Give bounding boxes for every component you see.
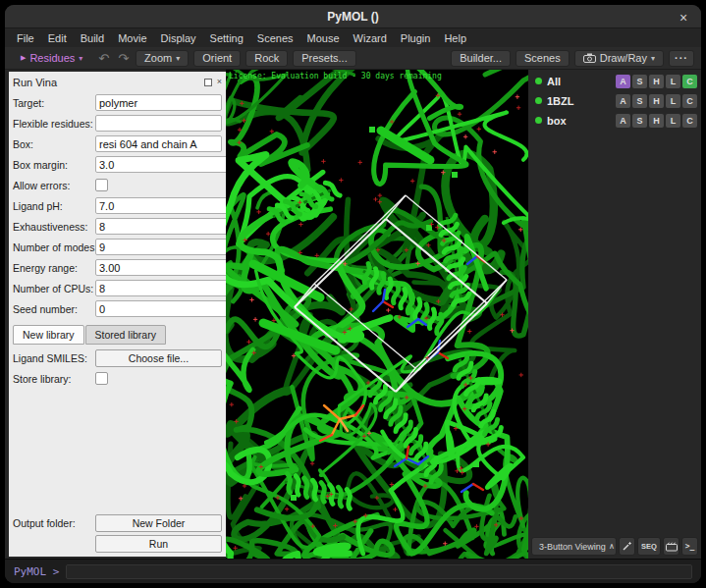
box-margin-label: Box margin:: [13, 159, 95, 171]
float-panel-icon[interactable]: [204, 79, 212, 86]
label-menu-button[interactable]: L: [666, 75, 680, 88]
titlebar[interactable]: PyMOL () ×: [5, 5, 701, 28]
flexible-residues-input[interactable]: [95, 115, 222, 132]
movie-button[interactable]: [663, 537, 679, 556]
form-row-seed: Seed number: ▲ ▼: [13, 300, 222, 318]
object-row-1bzl[interactable]: 1BZL A S H L C: [535, 92, 697, 109]
target-input[interactable]: [95, 94, 222, 111]
close-window-button[interactable]: ×: [674, 5, 693, 28]
seq-button[interactable]: SEQ: [637, 537, 661, 556]
rock-button[interactable]: Rock: [245, 50, 288, 67]
movie-icon: [666, 542, 678, 552]
chevron-down-icon: ▾: [651, 54, 655, 63]
menu-item-file[interactable]: File: [10, 30, 41, 46]
object-enabled-dot: [535, 78, 542, 84]
hide-menu-button[interactable]: H: [649, 114, 664, 128]
menu-item-movie[interactable]: Movie: [111, 30, 153, 46]
orient-button[interactable]: Orient: [193, 50, 241, 67]
target-label: Target:: [13, 97, 95, 109]
hide-menu-button[interactable]: H: [649, 94, 664, 108]
form-row-smiles: Ligand SMILES: Choose file...: [13, 349, 222, 367]
form-row-energy-range: Energy range: ▲ ▼: [13, 259, 222, 277]
object-name[interactable]: box: [547, 115, 614, 127]
scenes-button[interactable]: Scenes: [516, 50, 570, 67]
energy-range-label: Energy range:: [13, 262, 95, 274]
run-button[interactable]: Run: [95, 535, 222, 553]
mouse-mode-button[interactable]: 3-Button Viewing ∧: [531, 537, 617, 556]
form-row-output-folder: Output folder: New Folder: [13, 514, 222, 532]
terminal-button[interactable]: >_: [681, 537, 698, 556]
form-row-ligand-ph: Ligand pH: ▲ ▼: [13, 197, 222, 215]
tab-stored-library[interactable]: Stored library: [85, 325, 166, 345]
redo-button[interactable]: ↷: [116, 51, 131, 66]
menu-item-mouse[interactable]: Mouse: [300, 30, 347, 46]
color-menu-button[interactable]: C: [682, 75, 697, 88]
form-row-exhaustiveness: Exhaustiveness: ▲ ▼: [13, 218, 222, 236]
object-sidebar: All A S H L C 1BZL A S H L C box A S: [528, 70, 701, 559]
play-icon: ▶: [21, 54, 26, 62]
form-row-box: Box:: [13, 135, 222, 153]
label-menu-button[interactable]: L: [666, 114, 680, 128]
presets-button[interactable]: Presets...: [293, 50, 355, 67]
object-name[interactable]: 1BZL: [547, 95, 614, 107]
box-input[interactable]: [95, 135, 222, 152]
selection-mode-button[interactable]: ▶ Residues ▾: [12, 50, 91, 67]
object-row-box[interactable]: box A S H L C: [535, 112, 697, 129]
show-menu-button[interactable]: S: [632, 114, 647, 128]
menu-item-help[interactable]: Help: [437, 30, 473, 46]
menu-item-scenes[interactable]: Scenes: [250, 30, 300, 46]
store-library-label: Store library:: [13, 373, 95, 385]
chevron-down-icon: ▾: [176, 54, 180, 63]
menu-item-display[interactable]: Display: [154, 30, 203, 46]
action-menu-button[interactable]: A: [616, 114, 630, 128]
object-enabled-dot: [535, 117, 542, 124]
zoom-button[interactable]: Zoom ▾: [136, 50, 189, 67]
undo-button[interactable]: ↶: [96, 51, 111, 66]
form-row-box-margin: Box margin: ▲ ▼: [13, 156, 222, 174]
color-menu-button[interactable]: C: [682, 94, 697, 108]
chevron-down-icon: ▾: [79, 54, 82, 63]
store-library-checkbox[interactable]: [95, 372, 108, 385]
command-prompt-label: PyMOL >: [14, 565, 59, 578]
menu-item-setting[interactable]: Setting: [203, 30, 250, 46]
form-row-allow-errors: Allow errors:: [13, 177, 222, 194]
new-folder-button[interactable]: New Folder: [95, 514, 222, 532]
allow-errors-label: Allow errors:: [13, 180, 95, 191]
toolbar: ▶ Residues ▾ ↶ ↷ Zoom ▾ Orient Rock Pres…: [5, 47, 701, 70]
show-menu-button[interactable]: S: [632, 75, 647, 88]
magic-wand-button[interactable]: [619, 537, 635, 556]
form-row-num-cpus: Number of CPUs: ▲ ▼: [13, 280, 222, 297]
object-row-all[interactable]: All A S H L C: [535, 73, 697, 89]
form-row-num-modes: Number of modes: ▲ ▼: [13, 239, 222, 256]
show-menu-button[interactable]: S: [632, 94, 647, 108]
num-cpus-label: Number of CPUs:: [13, 283, 95, 294]
num-modes-label: Number of modes:: [13, 241, 95, 253]
close-panel-icon[interactable]: ×: [217, 78, 222, 86]
run-vina-panel: Run Vina × Target: Flexible residues: Bo…: [9, 72, 226, 557]
selection-mode-label: Residues: [29, 52, 75, 64]
object-name[interactable]: All: [547, 76, 614, 87]
action-menu-button[interactable]: A: [616, 75, 630, 88]
builder-button[interactable]: Builder...: [451, 50, 511, 67]
label-menu-button[interactable]: L: [666, 94, 680, 108]
draw-ray-button[interactable]: Draw/Ray ▾: [574, 50, 664, 67]
library-tabs: New library Stored library: [13, 325, 222, 345]
action-menu-button[interactable]: A: [616, 94, 630, 108]
choose-file-button[interactable]: Choose file...: [95, 349, 222, 367]
menu-item-build[interactable]: Build: [74, 30, 111, 46]
exhaustiveness-label: Exhaustiveness:: [13, 221, 95, 233]
hide-menu-button[interactable]: H: [649, 75, 664, 88]
molecular-viewport[interactable]: License: Evaluation build - 30 days rema…: [226, 70, 528, 559]
tab-new-library[interactable]: New library: [13, 325, 84, 345]
more-options-button[interactable]: ···: [669, 50, 694, 67]
main-area: Run Vina × Target: Flexible residues: Bo…: [5, 70, 701, 559]
object-enabled-dot: [535, 97, 542, 104]
allow-errors-checkbox[interactable]: [95, 179, 108, 191]
command-input[interactable]: [66, 564, 692, 579]
molecular-viewport-canvas[interactable]: [226, 70, 528, 559]
flexible-residues-label: Flexible residues:: [13, 118, 95, 130]
menu-item-plugin[interactable]: Plugin: [394, 30, 438, 46]
menu-item-edit[interactable]: Edit: [41, 30, 74, 46]
color-menu-button[interactable]: C: [682, 114, 697, 128]
menu-item-wizard[interactable]: Wizard: [347, 30, 394, 46]
